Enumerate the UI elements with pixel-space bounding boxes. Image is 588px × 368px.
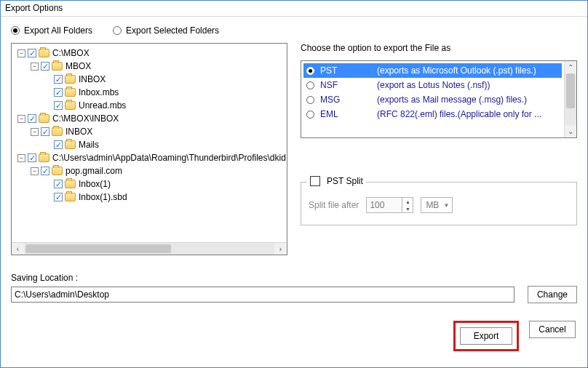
scroll-thumb[interactable] (25, 244, 171, 253)
format-option-eml[interactable]: EML(RFC 822(.eml) files.(Applicable only… (303, 107, 562, 121)
scroll-thumb[interactable] (566, 73, 575, 108)
folder-icon (65, 180, 76, 188)
scroll-right-icon[interactable]: › (274, 243, 287, 255)
tree-checkbox[interactable] (28, 153, 36, 162)
export-button[interactable]: Export (460, 327, 512, 345)
scroll-left-icon[interactable]: ‹ (12, 243, 24, 255)
tree-checkbox[interactable] (28, 114, 36, 123)
tree-checkbox[interactable] (54, 180, 63, 188)
radio-dot-icon (11, 26, 20, 35)
radio-dot-icon (306, 67, 314, 75)
tree-h-scrollbar[interactable]: ‹ › (12, 242, 287, 255)
format-v-scrollbar[interactable]: ⌃ ⌄ (564, 61, 576, 137)
tree-node-label: Unread.mbs (79, 100, 126, 111)
tree-checkbox[interactable] (28, 49, 36, 57)
change-button[interactable]: Change (528, 286, 577, 303)
folder-icon (65, 140, 76, 149)
tree-node-label: C:\MBOX (52, 48, 90, 58)
radio-dot-icon (306, 111, 314, 119)
folder-icon (52, 167, 63, 175)
format-name: MSG (320, 95, 371, 105)
pst-split-group: PST Split Split file after ▲ ▼ MB ▼ (301, 182, 577, 225)
tree-checkbox[interactable] (54, 101, 63, 110)
tree-expander-icon[interactable]: − (31, 167, 39, 175)
format-name: EML (320, 109, 371, 119)
tree-node[interactable]: Inbox(1) (15, 177, 287, 191)
folder-tree[interactable]: −C:\MBOX−MBOXINBOXInbox.mbsUnread.mbs−C:… (11, 43, 287, 255)
tree-node-label: C:\MBOX\INBOX (52, 113, 119, 124)
tree-node[interactable]: INBOX (15, 73, 287, 86)
tree-checkbox[interactable] (41, 62, 49, 71)
folder-icon (39, 49, 49, 57)
split-size-spinner[interactable]: ▲ ▼ (366, 197, 413, 213)
saving-location-input[interactable] (11, 287, 514, 303)
folder-icon (65, 88, 76, 97)
tree-node-label: Inbox(1).sbd (79, 192, 127, 202)
format-option-msg[interactable]: MSG(exports as Mail message (.msg) files… (303, 92, 562, 107)
tree-checkbox[interactable] (54, 193, 63, 201)
tree-checkbox[interactable] (54, 75, 63, 84)
pst-split-checkbox[interactable] (310, 176, 320, 186)
format-option-pst[interactable]: PST(exports as Microsoft Outlook (.pst) … (303, 63, 562, 78)
tree-expander-icon[interactable]: − (31, 63, 39, 71)
tree-node[interactable]: −C:\Users\admin\AppData\Roaming\Thunderb… (15, 151, 287, 164)
split-size-input[interactable] (367, 198, 402, 212)
tree-node-label: Inbox(1) (79, 179, 111, 189)
radio-dot-icon (306, 81, 314, 89)
scroll-down-icon[interactable]: ⌄ (565, 125, 576, 137)
folder-icon (39, 153, 49, 162)
format-name: PST (320, 65, 371, 76)
radio-dot-icon (306, 96, 314, 104)
tree-node-label: INBOX (79, 74, 106, 84)
tree-node[interactable]: Unread.mbs (15, 99, 287, 112)
radio-export-selected-label: Export Selected Folders (126, 25, 219, 36)
tree-checkbox[interactable] (54, 140, 63, 149)
tree-expander-icon[interactable]: − (17, 115, 25, 123)
radio-export-all[interactable]: Export All Folders (11, 25, 92, 36)
format-name: NSF (320, 80, 371, 90)
format-desc: (export as Lotus Notes (.nsf)) (377, 80, 559, 90)
tree-node[interactable]: −C:\MBOX (15, 47, 287, 60)
radio-export-selected[interactable]: Export Selected Folders (113, 25, 219, 36)
tree-node[interactable]: −C:\MBOX\INBOX (15, 112, 287, 125)
export-button-highlight: Export (453, 321, 519, 351)
format-list[interactable]: PST(exports as Microsoft Outlook (.pst) … (301, 61, 564, 137)
scroll-track[interactable] (565, 73, 576, 125)
split-unit-value: MB (426, 200, 439, 210)
export-scope-row: Export All Folders Export Selected Folde… (11, 25, 577, 36)
chevron-down-icon: ▼ (443, 202, 449, 209)
folder-icon (65, 101, 76, 110)
tree-node[interactable]: −INBOX (15, 125, 287, 138)
format-desc: (exports as Microsoft Outlook (.pst) fil… (377, 65, 559, 76)
tree-checkbox[interactable] (41, 167, 49, 175)
scroll-track[interactable] (24, 243, 274, 255)
folder-icon (65, 193, 76, 201)
tree-expander-icon[interactable]: − (31, 128, 39, 136)
tree-node[interactable]: −pop.gmail.com (15, 164, 287, 177)
window-title: Export Options (1, 1, 587, 17)
scroll-up-icon[interactable]: ⌃ (565, 61, 576, 73)
folder-icon (52, 127, 63, 136)
cancel-button[interactable]: Cancel (529, 321, 576, 338)
tree-node-label: Inbox.mbs (79, 87, 119, 97)
tree-node[interactable]: −MBOX (15, 60, 287, 73)
format-option-nsf[interactable]: NSF(export as Lotus Notes (.nsf)) (303, 78, 562, 92)
spinner-down-icon[interactable]: ▼ (402, 205, 413, 212)
export-options-dialog: Export Options Export All Folders Export… (0, 0, 588, 368)
pst-split-legend-label: PST Split (327, 176, 363, 186)
tree-expander-icon[interactable]: − (17, 154, 25, 162)
tree-node[interactable]: Inbox.mbs (15, 86, 287, 99)
pst-split-legend: PST Split (307, 176, 366, 186)
tree-checkbox[interactable] (54, 88, 63, 97)
format-desc: (exports as Mail message (.msg) files.) (377, 95, 559, 105)
spinner-up-icon[interactable]: ▲ (402, 198, 413, 205)
format-list-box: PST(exports as Microsoft Outlook (.pst) … (301, 60, 577, 138)
saving-location-label: Saving Location : (11, 273, 577, 283)
tree-node[interactable]: Mails (15, 138, 287, 151)
tree-checkbox[interactable] (41, 127, 49, 136)
tree-node[interactable]: Inbox(1).sbd (15, 191, 287, 204)
tree-expander-icon[interactable]: − (17, 49, 25, 57)
choose-format-label: Choose the option to export the File as (301, 43, 577, 53)
split-unit-select[interactable]: MB ▼ (421, 197, 453, 213)
tree-node-label: MBOX (65, 61, 91, 71)
